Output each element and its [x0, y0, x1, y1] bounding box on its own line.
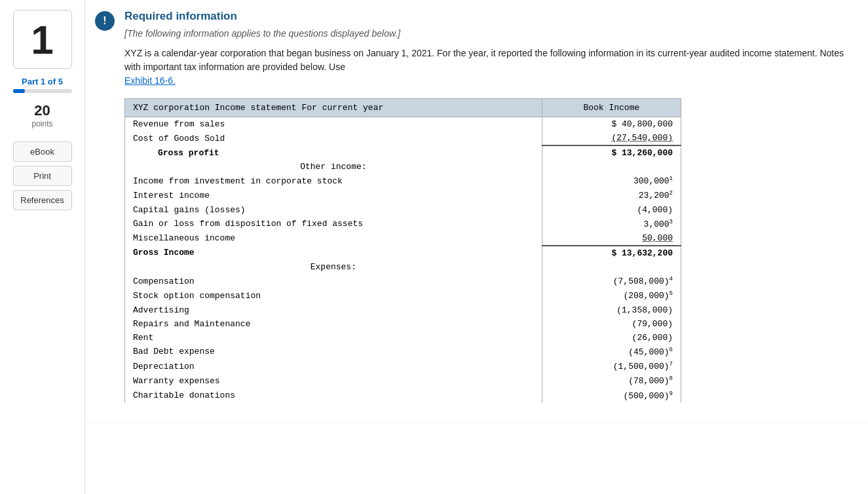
- sidebar: 1 Part 1 of 5 20 points eBook Print Refe…: [0, 0, 85, 494]
- row-value: $ 13,260,000: [542, 145, 681, 160]
- row-label: Interest income: [125, 188, 542, 202]
- part-label: Part 1 of 5: [22, 77, 63, 86]
- table-row: Revenue from sales$ 40,800,000: [125, 117, 681, 132]
- row-label: Gross profit: [125, 145, 542, 160]
- table-row: Depreciation(1,500,000)7: [125, 359, 681, 373]
- alert-title: Required information: [124, 10, 855, 23]
- table-row: Warranty expenses(78,000)8: [125, 373, 681, 388]
- references-button[interactable]: References: [13, 190, 72, 210]
- alert-bar: ! Required information [The following in…: [85, 0, 868, 423]
- table-row: Stock option compensation(208,000)5: [125, 288, 681, 303]
- row-label: Advertising: [125, 303, 542, 317]
- row-label: Depreciation: [125, 359, 542, 373]
- row-value: 300,0001: [542, 174, 681, 188]
- table-row: Gross profit$ 13,260,000: [125, 145, 681, 160]
- row-label: Capital gains (losses): [125, 203, 542, 217]
- table-row: Gain or loss from disposition of fixed a…: [125, 217, 681, 231]
- row-label: Compensation: [125, 274, 542, 288]
- row-label: Miscellaneous income: [125, 231, 542, 246]
- table-row: Repairs and Maintenance(79,000): [125, 317, 681, 331]
- table-header-value: Book Income: [542, 99, 681, 117]
- row-value: (1,500,000)7: [542, 359, 681, 373]
- table-row: Capital gains (losses)(4,000): [125, 203, 681, 217]
- row-value: $ 13,632,200: [542, 246, 681, 260]
- progress-bar: [13, 89, 72, 93]
- income-statement-table: XYZ corporation Income statement For cur…: [124, 98, 681, 403]
- alert-icon: !: [95, 11, 115, 31]
- alert-body: XYZ is a calendar-year corporation that …: [124, 47, 855, 88]
- row-value: 23,2002: [542, 188, 681, 202]
- row-label: Bad Debt expense: [125, 345, 542, 359]
- alert-subtitle: [The following information applies to th…: [124, 28, 855, 39]
- page-number: 1: [13, 10, 72, 69]
- row-value: [542, 260, 681, 274]
- row-label: Gross Income: [125, 246, 542, 260]
- row-value: [542, 160, 681, 174]
- row-value: 50,000: [542, 231, 681, 246]
- table-row: Expenses:: [125, 260, 681, 274]
- table-row: Rent(26,000): [125, 331, 681, 345]
- progress-bar-fill: [13, 89, 25, 93]
- row-value: (500,000)9: [542, 389, 681, 403]
- main-content: ! Required information [The following in…: [85, 0, 868, 494]
- row-label: Revenue from sales: [125, 117, 542, 132]
- table-row: Charitable donations(500,000)9: [125, 389, 681, 403]
- table-row: Cost of Goods Sold(27,540,000): [125, 131, 681, 145]
- exhibit-link[interactable]: Exhibit 16-6.: [124, 75, 176, 86]
- row-label: Other income:: [125, 160, 542, 174]
- row-value: (27,540,000): [542, 131, 681, 145]
- row-value: (4,000): [542, 203, 681, 217]
- alert-content: Required information [The following info…: [124, 10, 855, 416]
- row-value: (208,000)5: [542, 288, 681, 303]
- table-row: Bad Debt expense(45,000)6: [125, 345, 681, 359]
- table-row: Advertising(1,358,000): [125, 303, 681, 317]
- row-value: (26,000): [542, 331, 681, 345]
- table-row: Interest income23,2002: [125, 188, 681, 202]
- row-value: (78,000)8: [542, 373, 681, 388]
- income-table-wrapper: XYZ corporation Income statement For cur…: [124, 98, 855, 416]
- row-label: Cost of Goods Sold: [125, 131, 542, 145]
- row-label: Warranty expenses: [125, 373, 542, 388]
- table-row: Miscellaneous income50,000: [125, 231, 681, 246]
- row-label: Repairs and Maintenance: [125, 317, 542, 331]
- row-label: Rent: [125, 331, 542, 345]
- row-label: Expenses:: [125, 260, 542, 274]
- row-label: Charitable donations: [125, 389, 542, 403]
- table-header-description: XYZ corporation Income statement For cur…: [125, 99, 542, 117]
- row-value: (45,000)6: [542, 345, 681, 359]
- row-value: 3,0003: [542, 217, 681, 231]
- table-row: Gross Income$ 13,632,200: [125, 246, 681, 260]
- points-value: 20: [34, 102, 50, 119]
- table-row: Other income:: [125, 160, 681, 174]
- table-row: Income from investment in corporate stoc…: [125, 174, 681, 188]
- ebook-button[interactable]: eBook: [13, 142, 72, 162]
- row-label: Gain or loss from disposition of fixed a…: [125, 217, 542, 231]
- row-label: Stock option compensation: [125, 288, 542, 303]
- row-value: $ 40,800,000: [542, 117, 681, 132]
- row-value: (7,508,000)4: [542, 274, 681, 288]
- table-row: Compensation(7,508,000)4: [125, 274, 681, 288]
- row-value: (1,358,000): [542, 303, 681, 317]
- print-button[interactable]: Print: [13, 166, 72, 186]
- points-label: points: [31, 119, 52, 128]
- row-value: (79,000): [542, 317, 681, 331]
- row-label: Income from investment in corporate stoc…: [125, 174, 542, 188]
